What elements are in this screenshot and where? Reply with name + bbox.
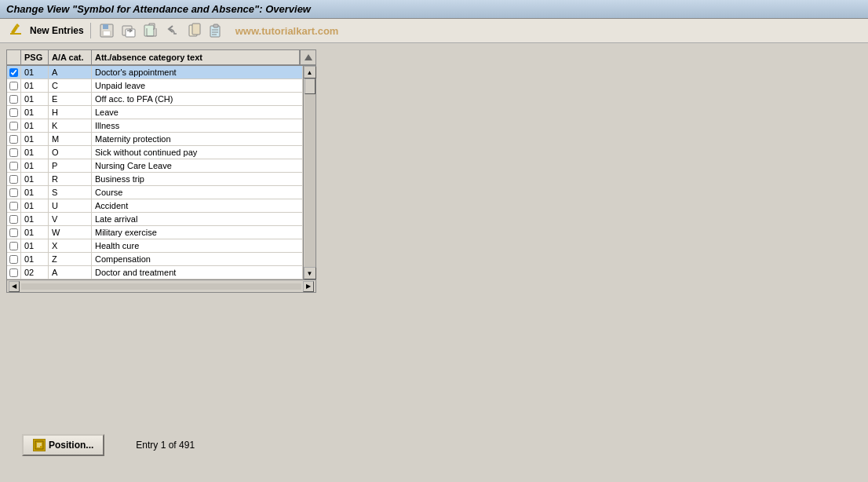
horizontal-scrollbar[interactable]: ◀ ▶ xyxy=(7,279,315,292)
row-check-input-12[interactable] xyxy=(9,228,18,237)
row-checkbox-13[interactable] xyxy=(7,239,21,252)
row-check-input-11[interactable] xyxy=(9,215,18,224)
row-aa-4: K xyxy=(49,119,92,132)
table-row[interactable]: 02 A Doctor and treatment xyxy=(7,266,303,279)
row-check-input-6[interactable] xyxy=(9,148,18,157)
row-check-input-15[interactable] xyxy=(9,268,18,277)
table-row[interactable]: 01 X Health cure xyxy=(7,239,303,253)
row-psg-11: 01 xyxy=(21,213,49,225)
scroll-top-btn[interactable] xyxy=(300,50,315,64)
table-row[interactable]: 01 A Doctor's appointment xyxy=(7,66,303,79)
scroll-down-arrow[interactable]: ▼ xyxy=(304,267,316,279)
table-row[interactable]: 01 U Accident xyxy=(7,199,303,213)
copy2-icon xyxy=(187,23,202,38)
paste-btn[interactable] xyxy=(207,22,226,39)
toolbar-sep1 xyxy=(90,23,91,38)
row-text-6: Sick without continued pay xyxy=(92,146,303,159)
pencil-icon xyxy=(8,23,24,38)
h-scroll-track xyxy=(21,283,301,290)
row-psg-1: 01 xyxy=(21,79,49,92)
svg-rect-0 xyxy=(10,33,21,35)
row-psg-10: 01 xyxy=(21,199,49,212)
row-aa-12: W xyxy=(49,226,92,239)
table-row[interactable]: 01 R Business trip xyxy=(7,173,303,186)
row-check-input-5[interactable] xyxy=(9,135,18,144)
row-check-input-7[interactable] xyxy=(9,162,18,170)
row-checkbox-2[interactable] xyxy=(7,93,21,105)
row-checkbox-15[interactable] xyxy=(7,266,21,279)
row-aa-3: H xyxy=(49,106,92,119)
table-row[interactable]: 01 O Sick without continued pay xyxy=(7,146,303,159)
row-checkbox-14[interactable] xyxy=(7,253,21,265)
entry-info: Entry 1 of 491 xyxy=(136,440,195,451)
row-check-input-14[interactable] xyxy=(9,255,18,264)
row-text-5: Maternity protection xyxy=(92,133,303,145)
row-checkbox-4[interactable] xyxy=(7,119,21,132)
table-row[interactable]: 01 C Unpaid leave xyxy=(7,79,303,93)
row-checkbox-0[interactable] xyxy=(7,66,21,79)
table-row[interactable]: 01 Z Compensation xyxy=(7,253,303,266)
table-body-container: 01 A Doctor's appointment 01 C Unpaid le… xyxy=(7,66,315,279)
table-row[interactable]: 01 H Leave xyxy=(7,106,303,119)
svg-rect-13 xyxy=(213,24,218,27)
row-check-input-10[interactable] xyxy=(9,202,18,210)
row-check-input-1[interactable] xyxy=(9,82,18,90)
position-button-label: Position... xyxy=(49,440,93,451)
row-text-7: Nursing Care Leave xyxy=(92,159,303,172)
row-text-1: Unpaid leave xyxy=(92,79,303,92)
row-checkbox-10[interactable] xyxy=(7,199,21,212)
table-row[interactable]: 01 E Off acc. to PFA (CH) xyxy=(7,93,303,106)
vertical-scrollbar[interactable]: ▲ ▼ xyxy=(303,66,315,279)
edit-icon-btn[interactable] xyxy=(6,22,25,39)
row-check-input-13[interactable] xyxy=(9,242,18,250)
row-check-input-3[interactable] xyxy=(9,108,18,117)
row-checkbox-5[interactable] xyxy=(7,133,21,145)
header-checkbox-cell xyxy=(7,50,21,64)
table-row[interactable]: 01 S Course xyxy=(7,186,303,199)
shortcut-btn[interactable] xyxy=(119,22,138,39)
row-psg-12: 01 xyxy=(21,226,49,239)
row-aa-2: E xyxy=(49,93,92,105)
table-row[interactable]: 01 K Illness xyxy=(7,119,303,133)
table-row[interactable]: 01 P Nursing Care Leave xyxy=(7,159,303,173)
scroll-thumb[interactable] xyxy=(305,79,315,94)
table-row[interactable]: 01 M Maternity protection xyxy=(7,133,303,146)
row-check-input-4[interactable] xyxy=(9,122,18,130)
row-aa-15: A xyxy=(49,266,92,279)
row-psg-4: 01 xyxy=(21,119,49,132)
undo-btn[interactable] xyxy=(163,22,182,39)
svg-rect-11 xyxy=(192,24,200,35)
row-checkbox-6[interactable] xyxy=(7,146,21,159)
row-text-2: Off acc. to PFA (CH) xyxy=(92,93,303,105)
row-check-input-9[interactable] xyxy=(9,188,18,197)
row-checkbox-9[interactable] xyxy=(7,186,21,199)
copy-btn[interactable] xyxy=(141,22,160,39)
row-checkbox-7[interactable] xyxy=(7,159,21,172)
scroll-up-arrow[interactable]: ▲ xyxy=(304,66,316,79)
scroll-left-arrow[interactable]: ◀ xyxy=(9,281,20,292)
row-checkbox-8[interactable] xyxy=(7,173,21,185)
scroll-right-arrow[interactable]: ▶ xyxy=(303,281,314,292)
row-checkbox-12[interactable] xyxy=(7,226,21,239)
table-row[interactable]: 01 V Late arrival xyxy=(7,213,303,226)
copy2-btn[interactable] xyxy=(185,22,204,39)
row-text-11: Late arrival xyxy=(92,213,303,225)
row-check-input-2[interactable] xyxy=(9,95,18,104)
row-check-input-8[interactable] xyxy=(9,175,18,184)
row-psg-13: 01 xyxy=(21,239,49,252)
row-checkbox-1[interactable] xyxy=(7,79,21,92)
row-aa-6: O xyxy=(49,146,92,159)
row-checkbox-3[interactable] xyxy=(7,106,21,119)
save-btn[interactable] xyxy=(97,22,116,39)
row-psg-6: 01 xyxy=(21,146,49,159)
title-bar: Change View "Symbol for Attendance and A… xyxy=(0,0,868,19)
table-row[interactable]: 01 W Military exercise xyxy=(7,226,303,239)
row-aa-14: Z xyxy=(49,253,92,265)
row-checkbox-11[interactable] xyxy=(7,213,21,225)
row-aa-5: M xyxy=(49,133,92,145)
position-button[interactable]: Position... xyxy=(22,434,104,456)
row-aa-7: P xyxy=(49,159,92,172)
row-aa-9: S xyxy=(49,186,92,199)
row-check-input-0[interactable] xyxy=(9,68,18,77)
row-psg-9: 01 xyxy=(21,186,49,199)
